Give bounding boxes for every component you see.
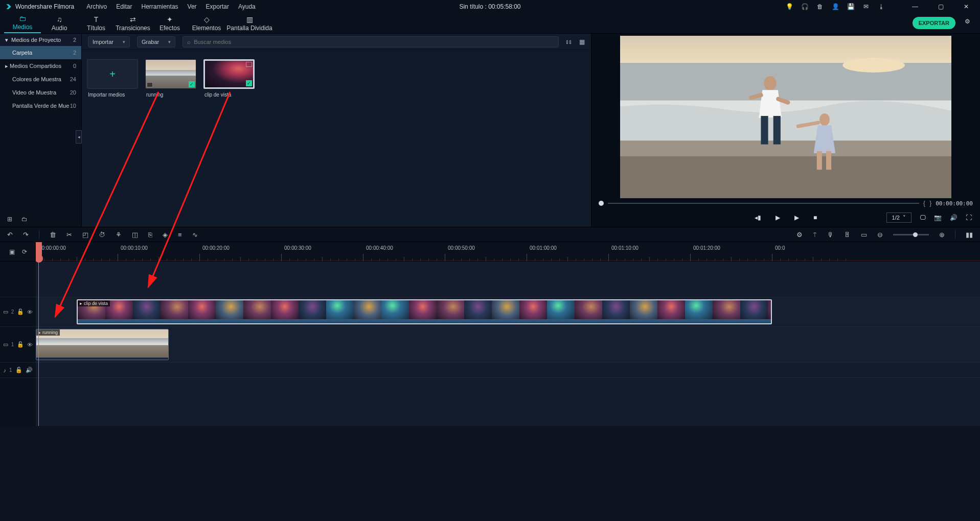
preview-progress[interactable]: { } 00:00:00:00 (595, 198, 977, 208)
sidebar-item-carpeta[interactable]: Carpeta 2 (0, 46, 81, 59)
delete-icon[interactable]: 🗑 (816, 3, 824, 10)
keyframe-button[interactable]: ◈ (163, 231, 168, 239)
grid-view-icon[interactable]: ▦ (579, 38, 585, 45)
maximize-button[interactable]: ▢ (932, 3, 949, 10)
menu-ayuda[interactable]: Ayuda (238, 3, 256, 10)
sidebar-item-colors[interactable]: Colores de Muestra 24 (0, 73, 81, 86)
stop-button[interactable]: ■ (813, 214, 817, 221)
tab-transiciones[interactable]: ⇄ Transiciones (115, 15, 151, 33)
greenscreen-button[interactable]: ⎘ (148, 231, 152, 239)
split-button[interactable]: ✂ (66, 231, 72, 239)
zoom-slider[interactable] (893, 234, 929, 235)
audio-button[interactable]: ∿ (192, 231, 198, 239)
account-icon[interactable]: 👤 (832, 3, 839, 10)
timeline-ruler[interactable]: 00:00:00:0000:00:10:0000:00:20:0000:00:3… (36, 242, 980, 262)
media-card-clip-vista[interactable]: ✓ clip de vista (203, 59, 255, 98)
volume-icon[interactable]: 🔊 (950, 214, 958, 221)
clip-video-icon: ▸ (80, 301, 82, 306)
timeline-body[interactable]: 00:00:00:0000:00:10:0000:00:20:0000:00:3… (36, 242, 980, 426)
support-icon[interactable]: 🎧 (801, 3, 808, 10)
lock-icon[interactable]: 🔓 (17, 309, 24, 315)
media-search[interactable]: ⌕ (183, 36, 559, 48)
clip-clip-de-vista[interactable]: ▸clip de vista (77, 299, 772, 324)
eye-icon[interactable]: 👁 (27, 342, 33, 348)
track-head-v2[interactable]: ▭2 🔓 👁 (0, 297, 36, 327)
zoom-out-button[interactable]: ⊖ (877, 231, 883, 239)
new-folder-icon[interactable]: ⊞ (7, 216, 12, 223)
mixer-button[interactable]: 🎚 (844, 231, 851, 239)
tab-elementos[interactable]: ◇ Elementos (188, 15, 225, 33)
adjust-button[interactable]: ≡ (178, 231, 182, 239)
media-import-card[interactable]: + Importar medios (87, 59, 138, 98)
fullscreen-icon[interactable]: ⛶ (966, 214, 972, 221)
close-button[interactable]: ✕ (958, 3, 975, 10)
tab-audio[interactable]: ♫ Audio (41, 15, 78, 33)
addtrack-button[interactable]: ▭ (861, 231, 867, 239)
prev-frame-button[interactable]: ◂▮ (755, 214, 761, 221)
download-icon[interactable]: ⭳ (878, 3, 885, 10)
track-v2[interactable]: ▸clip de vista (36, 297, 980, 327)
media-card-running[interactable]: ✓ running (145, 59, 196, 98)
tab-pantalla-dividida[interactable]: ▥ Pantalla Dividida (225, 15, 274, 33)
filter-icon[interactable]: ⫾⫾ (566, 38, 572, 45)
sidebar-item-green-screen[interactable]: Pantalla Verde de Mue 10 (0, 99, 81, 112)
export-button[interactable]: EXPORTAR (913, 17, 955, 29)
timeline-menu2-icon[interactable]: ⟳ (22, 248, 27, 255)
playhead-dot[interactable] (599, 201, 604, 206)
track-v1[interactable]: ▸running (36, 327, 980, 363)
import-dropdown[interactable]: Importar▾ (88, 36, 130, 48)
preview-canvas[interactable] (620, 36, 951, 198)
clip-running[interactable]: ▸running (36, 329, 169, 360)
open-folder-icon[interactable]: 🗀 (21, 216, 28, 223)
redo-button[interactable]: ↷ (23, 231, 29, 239)
delete-button[interactable]: 🗑 (50, 231, 56, 239)
mark-out-icon[interactable]: } (929, 200, 931, 207)
speedramp-button[interactable]: ⚘ (116, 231, 122, 239)
zoom-in-button[interactable]: ⊕ (939, 231, 945, 239)
marker-button[interactable]: ⍑ (813, 231, 817, 239)
menu-editar[interactable]: Editar (116, 3, 132, 10)
speed-button[interactable]: ⏱ (99, 231, 105, 239)
tab-titulos[interactable]: T Títulos (78, 15, 115, 33)
eye-icon[interactable]: 👁 (27, 309, 33, 315)
preview-page[interactable]: 1/2 ˅ (886, 212, 911, 223)
play-button[interactable]: ▶ (776, 214, 780, 221)
playhead[interactable] (38, 262, 39, 426)
minimize-button[interactable]: — (906, 3, 924, 10)
crop-button[interactable]: ◰ (82, 231, 88, 239)
sidebar-head-project-media[interactable]: ▾ Medios de Proyecto 2 (0, 34, 81, 46)
tips-icon[interactable]: 💡 (786, 3, 793, 10)
mark-in-icon[interactable]: { (923, 200, 925, 207)
tab-efectos[interactable]: ✦ Efectos (151, 15, 188, 33)
lock-icon[interactable]: 🔓 (17, 341, 24, 348)
tab-medios[interactable]: 🗀 Medios (4, 14, 41, 33)
menu-exportar[interactable]: Exportar (206, 3, 229, 10)
progress-bar[interactable] (608, 203, 919, 204)
sidebar-collapse-button[interactable]: ◂ (76, 130, 82, 144)
track-head-a1[interactable]: ♪1 🔓 🔊 (0, 363, 36, 378)
lock-icon[interactable]: 🔓 (15, 367, 22, 373)
render-button[interactable]: ⚙ (796, 231, 803, 239)
tracks-area[interactable]: ▸clip de vista ▸running (36, 262, 980, 426)
menu-archivo[interactable]: Archivo (86, 3, 107, 10)
track-a1[interactable] (36, 363, 980, 378)
snapshot-icon[interactable]: 📷 (934, 214, 942, 221)
menu-ver[interactable]: Ver (188, 3, 197, 10)
undo-button[interactable]: ↶ (7, 231, 13, 239)
color-button[interactable]: ◫ (132, 231, 138, 239)
tabs-gear-icon[interactable]: ⚙ (965, 18, 973, 26)
display-mode-icon[interactable]: 🖵 (920, 214, 926, 221)
next-frame-button[interactable]: ▶ (794, 214, 799, 221)
mail-icon[interactable]: ✉ (862, 3, 870, 10)
sidebar-item-sample-video[interactable]: Video de Muestra 20 (0, 86, 81, 99)
voiceover-button[interactable]: 🎙 (827, 231, 834, 239)
menu-herramientas[interactable]: Herramientas (142, 3, 178, 10)
speaker-icon[interactable]: 🔊 (26, 367, 33, 373)
track-head-v1[interactable]: ▭1 🔓 👁 (0, 327, 36, 363)
sidebar-item-shared[interactable]: ▸ Medios Compartidos 0 (0, 59, 81, 73)
record-dropdown[interactable]: Grabar▾ (137, 36, 175, 48)
media-search-input[interactable] (194, 39, 554, 45)
timeline-menu1-icon[interactable]: ▣ (9, 248, 15, 255)
timeline-settings-button[interactable]: ▮▮ (966, 231, 973, 239)
save-icon[interactable]: 💾 (847, 3, 854, 10)
